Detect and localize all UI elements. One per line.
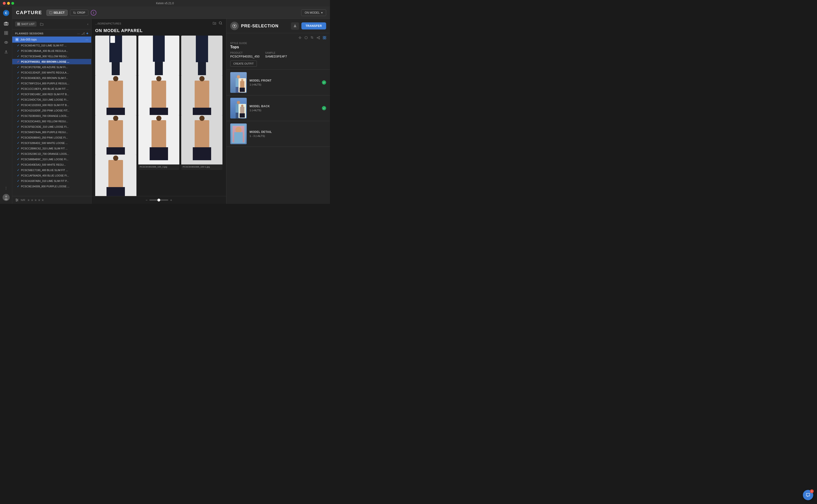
shot-item[interactable]: ✓ PCSC9E194309_800 PURPLE LOOSE ... (12, 184, 91, 189)
image-cell[interactable]: PCSC9A901568_row4.jpg (95, 155, 136, 196)
star-3[interactable]: ★ (34, 198, 37, 202)
shot-item[interactable]: ✓ PCSC56EC7190_400 BLUE SLIM FIT ... (12, 167, 91, 173)
circle-icon[interactable] (304, 36, 308, 40)
image-cell[interactable]: PCSC9A901568_100-1.jpg (181, 115, 222, 170)
zoom-in-icon[interactable]: + (170, 198, 172, 202)
close-button[interactable] (3, 2, 6, 5)
shot-item[interactable]: ✓ PCSC584D7A4A_800 PURPLE REGU... (12, 129, 91, 135)
shot-item[interactable]: ✓ PCSC6D50B843_250 PINK LOOSE FI... (12, 135, 91, 140)
shot-item[interactable]: ✓ PCSC86546772_310 LIME SLIM FIT ... (12, 43, 91, 48)
model-back-label: MODEL BACK (250, 105, 319, 108)
shot-item[interactable]: ✓ PCSC588BAB9C_310 LIME LOOSE FI... (12, 156, 91, 162)
brightness-icon[interactable] (298, 36, 302, 40)
toolbar: CAPTURE SELECT CROP 1 (12, 7, 330, 19)
search-icon[interactable] (219, 21, 222, 26)
shot-type-model-back: MODEL BACK 1 (+ALTS) ✓ (226, 95, 330, 121)
app-name: CAPTURE (16, 10, 42, 15)
star-rating[interactable]: ★ ★ ★ ★ ★ (27, 198, 44, 202)
shot-item[interactable]: ✓ PCSC0BC3BA4A_400 BLUE REGULA... (12, 48, 91, 53)
svg-rect-15 (17, 24, 20, 24)
transfer-button[interactable]: TRANSFER (301, 22, 326, 29)
shot-item[interactable]: ✓ PCSC799FCD14_800 PURPLE REGUL... (12, 81, 91, 86)
shot-item[interactable]: ✓ PCSC5F5EC6DE_310 LIME LOOSE FI... (12, 124, 91, 129)
grid-nav-icon[interactable] (2, 29, 10, 37)
crop-icon[interactable] (311, 36, 314, 40)
svg-point-10 (5, 42, 7, 43)
shot-item[interactable]: ✓ PCSC7EDB3003_700 ORANGE LOOS... (12, 113, 91, 119)
user-avatar[interactable] (3, 194, 10, 201)
svg-point-24 (16, 199, 17, 200)
shot-item[interactable]: ✓ PCSCA540E5A3_500 WHITE REGU... (12, 162, 91, 167)
create-outfit-button[interactable]: CREATE OUTFIT (230, 61, 257, 67)
svg-rect-14 (17, 23, 20, 23)
shot-item[interactable]: ✓ PCSC1CC19EF4_400 BLUE SLIM FIT ... (12, 86, 91, 91)
shot-item-active[interactable]: ✓ PCSCFF940351_450 BROWN LOOSE ... (12, 59, 91, 64)
zoom-out-icon[interactable]: − (146, 198, 148, 202)
job-menu-button[interactable]: ··· (86, 38, 88, 41)
image-cell[interactable]: PCSC9A901568_100_3.jpg (138, 115, 180, 170)
app-logo[interactable]: C (2, 8, 11, 17)
sidebar-folder-icon[interactable] (38, 21, 45, 27)
shot-check-icon: ✓ (17, 87, 20, 90)
model-back-check: ✓ (322, 106, 326, 110)
download-button[interactable] (291, 22, 299, 30)
settings-nav-icon[interactable]: ⋮ (2, 184, 10, 192)
shot-item[interactable]: ✓ PCSCF32864D2_500 WHITE LOOSE ... (12, 140, 91, 146)
svg-point-32 (299, 37, 301, 38)
model-front-check: ✓ (322, 80, 326, 85)
image-grid: PCSCCB18E767_10_001.jpg (91, 36, 226, 196)
adjust-icon[interactable] (15, 198, 19, 202)
on-model-dropdown[interactable]: ON MODEL ▾ (301, 9, 326, 16)
crop-button[interactable]: CROP (70, 10, 88, 16)
star-4[interactable]: ★ (38, 198, 41, 202)
capture-nav-icon[interactable] (2, 19, 10, 28)
shot-check-icon: ✓ (17, 179, 20, 183)
shot-item[interactable]: ✓ PCSC234DC7D6_310 LIME LOOSE FI... (12, 97, 91, 102)
branch-icon[interactable]: ⎇ (81, 32, 85, 35)
traffic-lights (3, 2, 14, 5)
minimize-button[interactable] (7, 2, 10, 5)
zoom-slider[interactable] (149, 200, 168, 201)
shot-item[interactable]: ✓ PCSC1AF56AD9_400 BLUE LOOSE FI... (12, 173, 91, 178)
rating-nr: N/R (21, 199, 25, 201)
shot-item[interactable]: ✓ PCSCA1687AB4_310 LIME SLIM FIT P... (12, 178, 91, 184)
shot-item[interactable]: ✓ PCSCC2B86C62_310 LIME SLIM FIT ... (12, 146, 91, 151)
star-1[interactable]: ★ (27, 198, 30, 202)
collapse-sidebar-button[interactable]: ‹ (87, 22, 88, 26)
shot-item[interactable]: ✓ PCSC41D10D5F_250 PINK LOOSE FIT... (12, 108, 91, 113)
model-front-preview (230, 72, 247, 93)
star-2[interactable]: ★ (31, 198, 34, 202)
select-button[interactable]: SELECT (46, 10, 68, 16)
planned-sessions-header: PLANNED SESSIONS ··· ⎇ + (12, 29, 91, 37)
title-bar: Kelvin v5.21.0 (0, 0, 330, 7)
job-item[interactable]: Job-005 tops ··· (12, 37, 91, 43)
shot-check-icon: ✓ (17, 54, 20, 58)
style-guide-value: Tops (230, 45, 326, 49)
add-session-button[interactable]: + (86, 31, 88, 36)
shot-list-tab[interactable]: SHOT LIST (15, 21, 37, 27)
planned-sessions-menu[interactable]: ··· (77, 32, 80, 35)
shot-item[interactable]: ✓ PCSC73CE5A4B_900 YELLOW REGU... (12, 53, 91, 59)
svg-rect-44 (325, 36, 326, 37)
shot-item[interactable]: ✓ PCSCF39D14BC_600 RED SLIM FIT B... (12, 91, 91, 97)
star-5[interactable]: ★ (41, 198, 44, 202)
shot-check-icon: ✓ (17, 174, 20, 177)
upload-nav-icon[interactable] (2, 48, 10, 56)
grid-view-icon[interactable] (323, 36, 326, 40)
job-icon (15, 38, 19, 41)
shot-check-icon: ✓ (17, 82, 20, 85)
model-front-label: MODEL FRONT (250, 79, 319, 82)
fullscreen-button[interactable] (11, 2, 14, 5)
shot-item[interactable]: ✓ PCSC4C1D2D03_600 RED SLIM FIT B... (12, 102, 91, 108)
shot-item[interactable]: ✓ PCSC4213D42F_500 WHITE REGULA... (12, 70, 91, 75)
svg-rect-46 (325, 38, 326, 39)
model-detail-count: 1 - 3 (+ALTS) (250, 135, 326, 137)
shot-item[interactable]: ✓ PCSCB340E0E5_450 BROWN SLIM F... (12, 75, 91, 81)
shot-item[interactable]: ✓ PCSC3F27EFB8_420 AZURE SLIM FI... (12, 64, 91, 70)
new-folder-icon[interactable] (213, 21, 216, 26)
eye-nav-icon[interactable] (2, 38, 10, 47)
shot-item[interactable]: ✓ PCSCD5238C1D_700 ORANGE LOOS... (12, 151, 91, 156)
shot-check-icon: ✓ (17, 65, 20, 69)
share-icon[interactable] (317, 36, 320, 40)
shot-item[interactable]: ✓ PCSC623CA403_900 YELLOW REGU... (12, 119, 91, 124)
